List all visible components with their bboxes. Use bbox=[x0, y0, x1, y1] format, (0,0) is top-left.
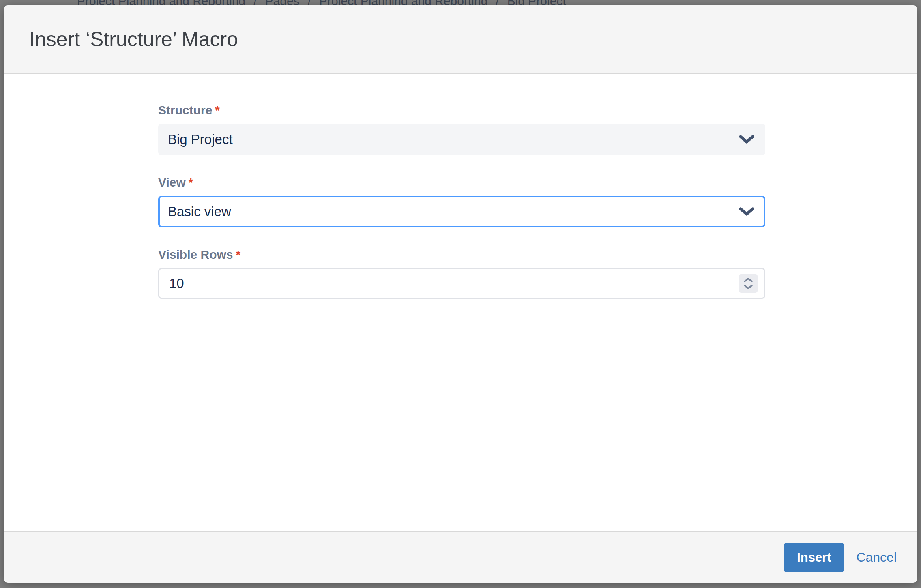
visible-rows-label-text: Visible Rows bbox=[158, 248, 233, 261]
dialog-header: Insert ‘Structure’ Macro bbox=[4, 5, 917, 74]
insert-structure-macro-dialog: Insert ‘Structure’ Macro Structure* Big … bbox=[4, 5, 917, 583]
structure-select[interactable]: Big Project bbox=[158, 124, 765, 155]
view-label: View* bbox=[158, 176, 765, 189]
number-spinner bbox=[739, 274, 758, 293]
dialog-body: Structure* Big Project View* Basic view bbox=[4, 74, 917, 531]
visible-rows-value: 10 bbox=[169, 276, 184, 291]
chevron-down-icon bbox=[739, 207, 754, 216]
cancel-link[interactable]: Cancel bbox=[856, 550, 897, 565]
view-select[interactable]: Basic view bbox=[158, 196, 765, 227]
structure-label: Structure* bbox=[158, 103, 765, 117]
structure-label-text: Structure bbox=[158, 103, 212, 117]
view-field-group: View* Basic view bbox=[158, 176, 765, 227]
visible-rows-field-group: Visible Rows* 10 bbox=[158, 248, 765, 299]
chevron-down-icon bbox=[739, 135, 754, 144]
view-select-value: Basic view bbox=[168, 204, 231, 219]
structure-select-value: Big Project bbox=[168, 132, 233, 147]
dialog-footer: Insert Cancel bbox=[4, 531, 917, 583]
insert-button[interactable]: Insert bbox=[784, 543, 844, 572]
view-label-text: View bbox=[158, 176, 186, 189]
required-asterisk: * bbox=[236, 248, 241, 261]
visible-rows-input[interactable]: 10 bbox=[158, 268, 765, 299]
visible-rows-label: Visible Rows* bbox=[158, 248, 765, 262]
required-asterisk: * bbox=[189, 176, 193, 189]
spinner-up-button[interactable] bbox=[743, 277, 753, 283]
structure-field-group: Structure* Big Project bbox=[158, 103, 765, 155]
required-asterisk: * bbox=[215, 103, 220, 117]
dialog-title: Insert ‘Structure’ Macro bbox=[29, 28, 238, 51]
spinner-down-button[interactable] bbox=[743, 284, 753, 290]
